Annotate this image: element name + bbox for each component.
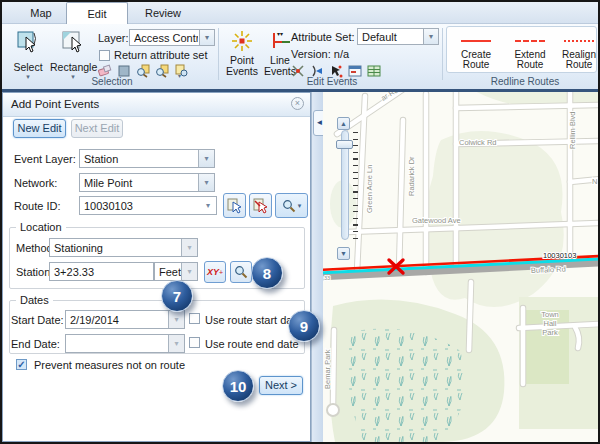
attribute-set-combobox-arrow[interactable]: ▾ (423, 29, 438, 44)
pick-xy-button[interactable]: XY+ (204, 261, 226, 283)
return-attribute-set-label: Return attribute set (114, 49, 208, 61)
rectangle-tool-button[interactable]: Rectangle ▾ (50, 27, 96, 83)
callout-9: 9 (288, 310, 320, 342)
route-id-combobox-arrow[interactable]: ▾ (200, 197, 216, 214)
network-combobox-arrow[interactable]: ▾ (198, 174, 214, 191)
selection-group-label: Selection (62, 76, 162, 88)
line-events-icon: ▾▾ (269, 30, 291, 52)
zoom-out-button[interactable]: ▼ (337, 247, 350, 260)
map-view[interactable]: ar Rd Colwick Rd Rellim Blvd Radarick Dr… (323, 92, 598, 442)
create-route-button[interactable]: Create Route (451, 29, 501, 72)
redline-routes-box: Create Route Extend Route Realign Route (446, 26, 597, 73)
select-tool-button[interactable]: Select ▾ (7, 27, 49, 83)
station-label: Station: (16, 266, 53, 278)
next-button[interactable]: Next > (259, 376, 303, 395)
callout-10: 10 (222, 370, 254, 402)
cul-de-sac (327, 404, 339, 416)
new-edit-button[interactable]: New Edit (13, 119, 66, 138)
street-label-buffalo-rd: Buffalo Rd (531, 264, 566, 275)
attribute-set-label: Attribute Set: (291, 31, 355, 43)
street-label-bemar-park: Bemar Park (323, 349, 332, 389)
svg-text:▾▾: ▾▾ (277, 31, 283, 37)
map-canvas: ar Rd Colwick Rd Rellim Blvd Radarick Dr… (323, 92, 598, 442)
callout-7: 7 (161, 280, 193, 312)
close-icon[interactable]: × (291, 97, 304, 110)
end-date-picker[interactable]: ▾ (65, 334, 185, 353)
version-label: Version: n/a (291, 48, 349, 60)
street-label-green-acre-ln: Green Acre Ln (365, 165, 374, 213)
panel-splitter[interactable] (311, 92, 323, 442)
event-layer-combobox[interactable]: Station ▾ (79, 149, 215, 168)
zoom-in-button[interactable]: ▲ (337, 117, 350, 130)
network-label: Network: (14, 177, 57, 189)
end-date-label: End Date: (11, 338, 60, 350)
route-locate-menu-caret: ▾ (298, 202, 302, 210)
tab-map[interactable]: Map (18, 2, 64, 24)
selection-layer-menu-icon[interactable]: ▾ (173, 63, 189, 79)
park-label-hall: Hall (544, 319, 557, 328)
select-route-icon (227, 198, 243, 214)
route-id-label: Route ID: (14, 200, 60, 212)
create-route-icon (461, 40, 491, 42)
units-combobox-arrow[interactable]: ▾ (181, 263, 197, 280)
use-route-end-date-label: Use route end date (205, 338, 299, 350)
magnifier-icon (282, 199, 296, 213)
return-attribute-set-checkbox[interactable] (99, 50, 110, 61)
street-label-colwick-rd: Colwick Rd (459, 138, 497, 147)
ribbon: Select ▾ Rectangle ▾ Layer: Access Contr… (2, 24, 598, 89)
station-input[interactable]: 3+23.33 (49, 262, 154, 281)
zoom-slider-thumb[interactable] (336, 140, 353, 149)
point-events-button[interactable]: Point Events (223, 27, 261, 83)
layer-label: Layer: (98, 32, 129, 44)
group-separator (218, 28, 219, 80)
clear-route-selection-button[interactable] (249, 193, 272, 218)
panel-header: Add Point Events × (3, 93, 310, 117)
start-date-picker-arrow[interactable]: ▾ (168, 311, 184, 328)
tab-edit[interactable]: Edit (66, 2, 128, 24)
realign-route-icon (564, 40, 594, 42)
start-date-label: Start Date: (11, 314, 64, 326)
end-date-picker-arrow[interactable]: ▾ (168, 335, 184, 352)
svg-text:▾: ▾ (178, 73, 181, 78)
method-combobox[interactable]: Stationing ▾ (49, 238, 198, 257)
route-locate-menu-button[interactable]: ▾ (275, 193, 308, 218)
park-label-town: Town (541, 310, 559, 319)
street-label-gatewood-ave: Gatewood Ave (412, 216, 461, 225)
start-date-picker[interactable]: 2/19/2014 ▾ (65, 310, 185, 329)
clear-route-icon (253, 198, 269, 214)
layer-combobox-arrow[interactable]: ▾ (199, 30, 214, 45)
point-events-icon (231, 30, 253, 52)
panel-title: Add Point Events (11, 98, 99, 110)
street-label-radarick-dr: Radarick Dr (407, 156, 416, 196)
use-route-start-date-checkbox[interactable] (189, 313, 200, 324)
method-combobox-arrow[interactable]: ▾ (181, 239, 197, 256)
select-tool-icon (16, 30, 40, 54)
application-window: Map Edit Review Select ▾ Rectangle ▾ (0, 0, 600, 444)
event-layer-combobox-arrow[interactable]: ▾ (198, 150, 214, 167)
park-label-park: Park (542, 328, 558, 337)
units-combobox[interactable]: Feet ▾ (154, 262, 198, 281)
extend-route-icon (515, 40, 545, 42)
select-dropdown-caret[interactable]: ▾ (7, 73, 49, 81)
group-separator (442, 28, 443, 80)
layer-combobox[interactable]: Access Control ▾ (129, 29, 215, 46)
route-id-map-label: 10030103 (543, 251, 576, 260)
network-combobox[interactable]: Mile Point ▾ (79, 173, 215, 192)
rectangle-tool-icon (61, 30, 85, 54)
road-shield-33: 33 (324, 275, 330, 281)
prevent-measures-checkbox[interactable]: ✓ (16, 359, 27, 370)
attribute-set-combobox[interactable]: Default ▾ (357, 28, 439, 45)
prevent-measures-label: Prevent measures not on route (34, 359, 185, 371)
select-route-on-map-button[interactable] (223, 193, 246, 218)
use-route-end-date-checkbox[interactable] (189, 337, 200, 348)
locate-station-button[interactable] (230, 261, 252, 283)
xy-icon: XY (207, 267, 219, 277)
route-id-combobox[interactable]: 10030103 ▾ (79, 196, 217, 215)
event-layer-label: Event Layer: (14, 153, 76, 165)
magnifier-icon (234, 265, 248, 279)
tab-review[interactable]: Review (136, 2, 190, 24)
realign-route-button[interactable]: Realign Route (559, 29, 599, 72)
next-edit-button[interactable]: Next Edit (71, 119, 123, 138)
zoom-slider-ticks (353, 132, 358, 240)
extend-route-button[interactable]: Extend Route (505, 29, 555, 72)
